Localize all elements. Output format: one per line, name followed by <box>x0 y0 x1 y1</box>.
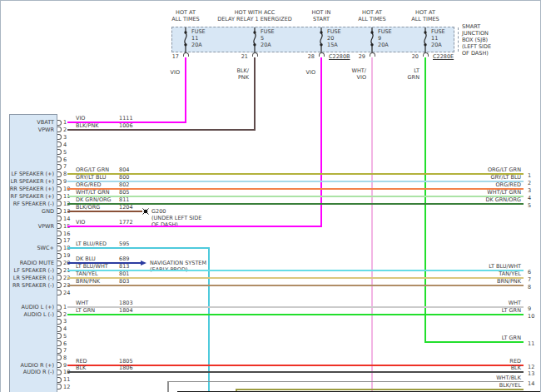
connector-pin-arc <box>57 208 62 214</box>
left-pin-label: RR SPEAKER (+) <box>10 186 54 192</box>
arrow-icon <box>141 261 146 265</box>
connector-pin-arc <box>57 319 62 325</box>
connector-label: C2280B <box>329 53 350 60</box>
wire-color-label: BLK/ORG <box>76 204 100 211</box>
right-pin-number: 12 <box>528 364 534 370</box>
circuit-number: 1805 <box>119 358 133 365</box>
connector-pin-arc <box>57 134 62 140</box>
connector-pin-arc <box>57 305 62 310</box>
connector-pin-arc <box>57 253 62 259</box>
right-wire-label: LT GRN <box>502 335 521 341</box>
left-connector-block <box>9 114 57 392</box>
pin-number: 14 <box>63 216 70 222</box>
pin-number: 12 <box>63 384 70 390</box>
connector-pin-arc <box>57 179 62 185</box>
left-pin-label: SWC+ <box>37 245 54 251</box>
wire <box>67 181 524 182</box>
fuse-label: FUSE 11 20A <box>431 28 445 48</box>
wire-color-label: VIO <box>76 115 85 122</box>
sjb-pin-arc <box>252 52 258 57</box>
left-pin-label: AUDIO L (+) <box>21 304 54 310</box>
wire <box>236 389 524 390</box>
connector-pin-arc <box>57 355 62 360</box>
connector-pin-arc <box>57 377 62 383</box>
wire-color-label: RED <box>76 358 87 365</box>
right-wire-label: ORG/LT GRN <box>488 166 521 173</box>
left-pin-label: LF SPEAKER (+) <box>12 171 55 177</box>
wire-color-label: LT BLU/RED <box>76 241 107 247</box>
sjb-pin-arc <box>423 52 429 57</box>
wire-color-label: ORG/LT GRN <box>76 166 109 173</box>
left-pin-label: RADIO MUTE <box>20 260 54 266</box>
circuit-number: 805 <box>119 189 129 196</box>
sjb-pin-number: 17 <box>172 53 179 60</box>
pin-number: 24 <box>63 290 70 296</box>
feed-header: HOT AT ALL TIMES <box>350 9 500 22</box>
connector-pin-arc <box>57 370 62 375</box>
sjb-pin-number: 28 <box>308 53 315 60</box>
right-pin-number: 4 <box>528 195 531 201</box>
circuit-number: 803 <box>119 278 129 285</box>
wire-color-label: BLK/PNK <box>76 122 99 129</box>
connector-pin-arc <box>57 141 62 147</box>
wire <box>67 365 524 366</box>
connector-pin-arc <box>57 156 62 162</box>
right-pin-number: 13 <box>528 370 534 377</box>
circuit-number: 595 <box>119 241 129 247</box>
pin-number: 19 <box>63 252 70 259</box>
right-pin-number: 1 <box>528 172 531 179</box>
right-pin-number: 5 <box>528 202 531 209</box>
circuit-number: 801 <box>119 270 129 277</box>
right-pin-number: 9 <box>528 305 531 312</box>
right-wire-label: LT BLU/WHT <box>489 263 521 270</box>
fuse-icon <box>250 27 260 53</box>
right-wire-label: ORG/RED <box>496 181 522 188</box>
left-pin-label: GND <box>42 208 54 215</box>
pin-number: 9 <box>63 362 67 369</box>
wire <box>167 381 524 383</box>
right-wire-label: WHT <box>509 300 521 306</box>
wire <box>67 371 524 373</box>
connector-pin-arc <box>57 246 62 251</box>
circuit-number: 1803 <box>119 300 133 306</box>
left-pin-label: VPWR <box>38 223 54 230</box>
right-wire-label: RED <box>509 358 521 365</box>
circuit-number: 1772 <box>119 219 133 226</box>
circuit-number: 1006 <box>119 122 133 129</box>
pin-number: 7 <box>63 347 67 354</box>
circuit-number: 813 <box>119 263 129 270</box>
pin-number: 5 <box>63 333 67 340</box>
wire-color-label: VIO <box>306 69 315 76</box>
connector-pin-arc <box>57 201 62 206</box>
circuit-number: 689 <box>119 256 129 262</box>
wire-vertical <box>167 382 169 392</box>
wire-vertical <box>185 57 186 123</box>
circuit-number: 802 <box>119 181 129 188</box>
wire-color-label: LT GRN <box>408 67 419 81</box>
wire-color-label: DK GRN/ORG <box>76 196 112 203</box>
pin-number: 11 <box>63 376 70 383</box>
pin-number: 8 <box>63 355 67 361</box>
wire-color-label: VIO <box>76 219 85 226</box>
sjb-label: SMART JUNCTION BOX (SJB) (LEFT SIDE OF D… <box>462 23 491 57</box>
fuse-label: FUSE 11 20A <box>191 28 206 48</box>
wire-color-label: LT BLU/WHT <box>76 263 108 270</box>
connector-pin-arc <box>57 120 62 126</box>
connector-label: C2280E <box>433 53 454 60</box>
fuse-icon <box>181 27 191 53</box>
right-pin-number: 6 <box>528 269 531 275</box>
wire <box>67 277 524 279</box>
connector-pin-arc <box>57 340 62 346</box>
wire <box>67 203 524 205</box>
fuse-label: FUSE 20 15A <box>327 28 341 48</box>
wire-vertical <box>254 57 256 131</box>
wire-color-label: DK BLU <box>76 256 96 262</box>
right-wire-label: DK GRN/ORG <box>485 196 521 203</box>
left-pin-label: AUDIO R (+) <box>21 362 54 369</box>
wire-color-label: GRY/LT BLU <box>76 174 107 181</box>
wire-color-label: WHT/LT GRN <box>76 189 110 196</box>
circuit-number: 1204 <box>119 204 133 211</box>
wire <box>67 173 524 175</box>
pin-number: 3 <box>63 318 67 325</box>
right-wire-label: WHT/LT GRN <box>487 189 521 196</box>
